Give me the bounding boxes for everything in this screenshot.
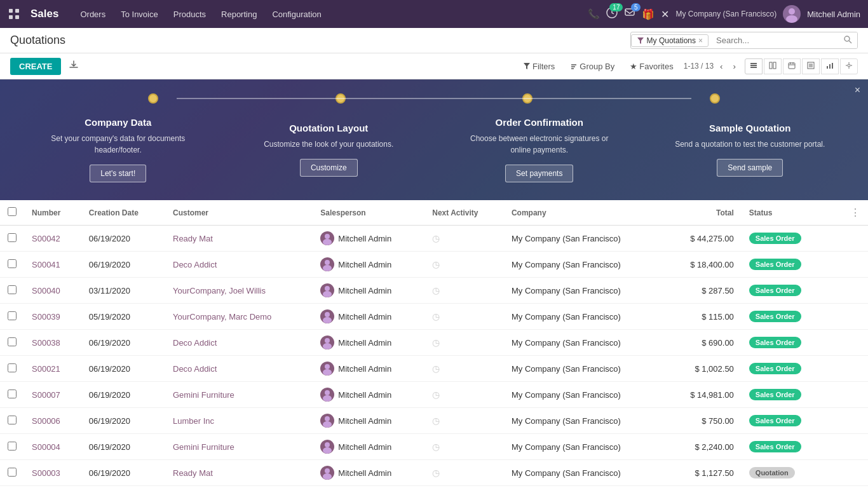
row-number[interactable]: S00006 (24, 408, 81, 434)
row-number[interactable]: S00003 (24, 460, 81, 486)
row-customer[interactable]: YourCompany, Marc Demo (165, 304, 313, 330)
row-date: 06/19/2020 (81, 434, 165, 460)
kanban-icon (769, 62, 776, 69)
close-icon[interactable]: ✕ (661, 8, 669, 20)
row-checkbox[interactable] (8, 259, 17, 268)
favorites-button[interactable]: ★ Favorites (625, 59, 678, 74)
row-total: $ 14,981.00 (665, 382, 742, 408)
activity-view-button[interactable] (802, 58, 820, 74)
row-checkbox[interactable] (8, 285, 17, 294)
row-checkbox[interactable] (8, 233, 17, 242)
row-checkbox[interactable] (8, 311, 17, 320)
quotations-table-container: Number Creation Date Customer Salesperso… (0, 200, 868, 488)
row-checkbox-cell (0, 408, 24, 434)
row-checkbox[interactable] (8, 390, 17, 398)
nav-reporting[interactable]: Reporting (215, 7, 263, 22)
calendar-view-button[interactable] (783, 58, 801, 74)
step-4-description: Send a quotation to test the customer po… (674, 139, 826, 150)
row-salesperson: Mitchell Admin (313, 434, 424, 460)
row-customer[interactable]: Ready Mat (165, 460, 313, 486)
remove-filter-button[interactable]: × (698, 36, 703, 45)
search-filter-tag[interactable]: My Quotations × (631, 34, 709, 47)
row-checkbox[interactable] (8, 337, 17, 346)
nav-to-invoice[interactable]: To Invoice (114, 7, 165, 22)
row-checkbox[interactable] (8, 442, 17, 451)
row-customer[interactable]: YourCompany, Joel Willis (165, 486, 313, 489)
phone-icon[interactable]: 📞 (588, 8, 600, 20)
group-by-button[interactable]: Group By (565, 59, 620, 74)
activity-clock-icon: ◷ (432, 390, 440, 400)
step-1-button[interactable]: Let's start! (90, 165, 146, 182)
message-icon[interactable]: 5 (624, 7, 635, 21)
banner-progress (0, 79, 868, 118)
svg-point-45 (323, 395, 332, 402)
row-customer[interactable]: Deco Addict (165, 330, 313, 356)
next-page-button[interactable]: › (729, 60, 740, 72)
row-customer[interactable]: Ready Mat (165, 226, 313, 252)
step-3-button[interactable]: Set payments (505, 165, 573, 182)
apps-menu[interactable] (8, 8, 20, 20)
search-submit-button[interactable] (838, 32, 857, 48)
user-name: Mitchell Admin (807, 10, 860, 19)
row-checkbox[interactable] (8, 416, 17, 424)
row-number[interactable]: S00041 (24, 252, 81, 278)
row-company: My Company (San Francisco) (504, 330, 665, 356)
kanban-view-button[interactable] (764, 58, 782, 74)
row-customer[interactable]: YourCompany, Joel Willis (165, 278, 313, 304)
row-number[interactable]: S00038 (24, 330, 81, 356)
pagination-text: 1-13 / 13 (684, 62, 714, 71)
col-company: Company (504, 200, 665, 226)
settings-view-button[interactable] (840, 58, 858, 74)
row-number[interactable]: S00040 (24, 278, 81, 304)
svg-point-31 (848, 64, 850, 67)
avatar[interactable] (783, 5, 801, 23)
row-number[interactable]: S00021 (24, 356, 81, 382)
row-checkbox[interactable] (8, 363, 17, 372)
list-view-button[interactable] (745, 58, 763, 74)
row-checkbox[interactable] (8, 468, 17, 477)
salesperson-name: Mitchell Admin (338, 442, 391, 452)
row-customer[interactable]: Gemini Furniture (165, 382, 313, 408)
svg-point-7 (786, 15, 797, 23)
table-row: S00042 06/19/2020 Ready Mat Mitchell Adm… (0, 226, 868, 252)
row-customer[interactable]: Deco Addict (165, 356, 313, 382)
row-more (843, 330, 868, 356)
row-customer[interactable]: Lumber Inc (165, 408, 313, 434)
search-input[interactable] (711, 33, 838, 48)
group-icon (570, 62, 578, 70)
row-date: 06/19/2020 (81, 460, 165, 486)
svg-point-43 (323, 369, 332, 376)
create-button[interactable]: CREATE (10, 58, 61, 75)
row-number[interactable]: S00004 (24, 434, 81, 460)
activity-clock-icon: ◷ (432, 233, 440, 243)
select-all-checkbox[interactable] (8, 207, 17, 216)
row-total: $ 2,240.00 (665, 434, 742, 460)
row-number[interactable]: S00042 (24, 226, 81, 252)
row-total: $ 690.00 (665, 330, 742, 356)
svg-point-33 (323, 239, 332, 245)
filters-button[interactable]: Filters (518, 59, 560, 74)
nav-configuration[interactable]: Configuration (266, 7, 327, 22)
graph-view-button[interactable] (821, 58, 839, 74)
status-badge: Quotation (749, 467, 795, 478)
gift-icon[interactable]: 🎁 (642, 8, 654, 20)
step-4-button[interactable]: Send sample (717, 159, 783, 177)
row-number[interactable]: S00019 (24, 486, 81, 489)
export-button[interactable] (66, 57, 81, 75)
step-2-button[interactable]: Customize (300, 159, 358, 177)
nav-orders[interactable]: Orders (74, 7, 112, 22)
prev-page-button[interactable]: ‹ (716, 60, 726, 72)
row-number[interactable]: S00007 (24, 382, 81, 408)
row-customer[interactable]: Gemini Furniture (165, 434, 313, 460)
nav-products[interactable]: Products (167, 7, 212, 22)
row-activity: ◷ (424, 408, 504, 434)
svg-marker-11 (524, 63, 530, 69)
column-settings-button[interactable]: ⋮ (850, 207, 860, 219)
activity-icon[interactable]: 17 (606, 7, 618, 21)
row-customer[interactable]: Deco Addict (165, 252, 313, 278)
svg-point-41 (323, 343, 332, 349)
salesperson-name: Mitchell Admin (338, 286, 391, 295)
salesperson-name: Mitchell Admin (338, 390, 391, 400)
row-number[interactable]: S00039 (24, 304, 81, 330)
row-company: My Company (San Francisco) (504, 434, 665, 460)
